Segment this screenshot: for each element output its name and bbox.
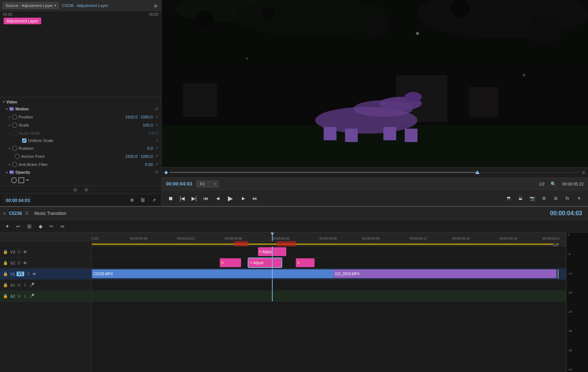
a1-mic-btn[interactable]: 🎤 (29, 282, 35, 288)
a2-lock-btn[interactable]: 🔒 (2, 293, 9, 299)
v1-settings-btn[interactable]: ☰ (26, 271, 31, 277)
position-values[interactable]: 1920.0 1080.0 (125, 115, 153, 119)
uniform-scale-reset-icon[interactable]: ↺ (155, 138, 158, 143)
motion-section-header[interactable]: ▾ fx Motion ↺ (0, 105, 161, 113)
preview-progress-area[interactable] (162, 167, 588, 177)
scale-value[interactable]: 100.0 (143, 123, 153, 127)
a1-lock-btn[interactable]: 🔒 (2, 282, 9, 288)
sequence-name[interactable]: C0236 (9, 211, 22, 216)
pen-tool-icon[interactable]: ✒ (26, 177, 30, 183)
timeline-current-time[interactable]: 00:00:04:03 (547, 209, 585, 218)
v1-lock-btn[interactable]: 🔒 (2, 271, 9, 277)
anchor-reset-icon[interactable]: ↺ (155, 154, 158, 159)
anchor-y-value[interactable]: 1080.0 (140, 154, 153, 159)
play-pause-btn[interactable]: ▶ (225, 193, 236, 204)
filter-btn[interactable]: ⚙ (128, 196, 136, 205)
track-select-btn[interactable]: ↩ (14, 222, 23, 231)
step-out-left-btn[interactable]: |◀ (178, 194, 187, 203)
timeline-close-btn[interactable]: × (3, 210, 6, 216)
anchor-x-value[interactable]: 1920.0 (125, 154, 138, 159)
a2-s-btn[interactable]: S (23, 294, 27, 299)
marker-btn[interactable]: ◆ (36, 222, 45, 231)
ripple-edit-btn[interactable]: ⊞ (25, 222, 34, 231)
anchor-values[interactable]: 1920.0 1080.0 (125, 154, 153, 159)
chain-btn[interactable]: ⛓ (139, 196, 147, 205)
scale-reset-icon[interactable]: ↺ (155, 123, 158, 127)
sequence-menu-btn[interactable]: ☰ (25, 211, 29, 216)
mini-timeline-area[interactable]: 04:03 00:00 Adjustment Layer (0, 11, 161, 97)
scale-keyframe-icon[interactable] (12, 123, 17, 128)
antiflicker-value[interactable]: 0.00 (145, 162, 153, 167)
fx-toggle-btn[interactable]: fx (563, 194, 572, 203)
a2-m-btn[interactable]: M (17, 294, 21, 299)
v1-active-badge[interactable]: V1 (17, 272, 24, 276)
fit-select[interactable]: Fit 25% 50% 75% 100% (197, 181, 218, 187)
a1-s-btn[interactable]: S (23, 283, 27, 288)
preview-video-area[interactable] (162, 0, 588, 167)
v1-name[interactable]: V1 (10, 272, 15, 276)
zoom-icon[interactable]: 🔍 (549, 180, 558, 188)
plus-btn[interactable]: + (575, 194, 584, 203)
opacity-section-header[interactable]: ▾ fx Opacity ↺ (0, 169, 161, 176)
position-expand-icon[interactable]: ▸ (9, 115, 11, 119)
rotation-value[interactable]: 0.0 (147, 146, 153, 150)
preview-timecode[interactable]: 00:00:04:03 (166, 181, 192, 187)
frame-back-btn[interactable]: ◀ (213, 194, 222, 203)
stop-btn[interactable]: ⏹ (166, 194, 175, 203)
svg-point-24 (246, 57, 248, 59)
v2-clip-2-adjust[interactable]: fx Adjust (248, 258, 282, 267)
antiflicker-expand-icon[interactable]: ▸ (9, 163, 11, 166)
v1-eye-icon[interactable]: 👁 (32, 272, 36, 276)
v2-clip-1[interactable]: fx (220, 258, 241, 267)
anchor-keyframe-icon[interactable] (15, 154, 20, 159)
v1-clip-dji[interactable]: DJI_0039.MP4 (334, 269, 556, 278)
v2-clip-3[interactable]: fx (296, 258, 315, 267)
frame-fwd-btn[interactable]: ▶ (239, 194, 248, 203)
rect-mask-icon[interactable] (18, 177, 24, 183)
export-frame-btn[interactable]: 📷 (528, 194, 537, 203)
rotation-expand-icon[interactable]: ▸ (9, 146, 11, 150)
compare-btn[interactable]: ⧉ (551, 194, 560, 203)
adjustment-layer-clip[interactable]: Adjustment Layer (4, 18, 41, 24)
uniform-scale-checkbox[interactable] (22, 138, 26, 143)
position-y-value[interactable]: 1080.0 (140, 115, 153, 119)
scroll-indicator-right[interactable] (85, 188, 88, 192)
position-reset-icon[interactable]: ↺ (155, 114, 158, 119)
selection-tool-btn[interactable]: ✦ (3, 222, 12, 231)
overwrite-btn[interactable]: ⬓ (516, 194, 525, 203)
progress-bar[interactable] (170, 172, 580, 173)
a1-m-btn[interactable]: M (17, 283, 21, 288)
slip-btn[interactable]: ⇔ (58, 222, 67, 231)
step-out-right-btn[interactable]: ▶| (190, 194, 198, 203)
scroll-indicator-left[interactable] (74, 188, 77, 192)
a2-mic-btn[interactable]: 🎤 (29, 293, 35, 299)
v3-settings-btn[interactable]: ☰ (17, 249, 22, 255)
insert-btn[interactable]: ⬒ (504, 194, 513, 203)
scale-expand-icon[interactable]: ▸ (9, 123, 11, 127)
go-to-out-btn[interactable]: ⏭ (251, 194, 259, 203)
source-dropdown[interactable]: Source · Adjustment Layer ▾ (3, 2, 59, 9)
circle-mask-icon[interactable] (11, 177, 17, 183)
antiflicker-keyframe-icon[interactable] (12, 162, 17, 167)
antiflicker-reset-icon[interactable]: ↺ (155, 162, 158, 167)
position-keyframe-icon[interactable] (12, 114, 17, 120)
v2-lock-btn[interactable]: 🔒 (2, 260, 9, 266)
motion-reset-btn[interactable]: ↺ (154, 106, 158, 112)
rotation-reset-icon[interactable]: ↺ (155, 146, 158, 150)
rotation-keyframe-icon[interactable] (12, 146, 17, 151)
opacity-reset-btn[interactable]: ↺ (154, 170, 158, 175)
v3-eye-icon[interactable]: 👁 (23, 250, 27, 254)
uniform-scale-row[interactable]: Uniform Scale ↺ (0, 137, 161, 144)
razor-btn[interactable]: ✂ (47, 222, 56, 231)
video-section-header[interactable]: ▾ Video (0, 99, 161, 105)
settings2-btn[interactable]: ⚙ (539, 194, 548, 203)
position-x-value[interactable]: 1920.0 (125, 115, 138, 119)
fit-select-wrapper[interactable]: Fit 25% 50% 75% 100% (197, 181, 218, 187)
v2-settings-btn[interactable]: ☰ (17, 260, 22, 266)
v1-clip-c0236[interactable]: C0236.MP4 (92, 269, 334, 278)
v2-eye-icon[interactable]: 👁 (23, 261, 27, 265)
timeline-ruler[interactable]: 3:15 00:00:03:18 00:00:03:21 00:00:04:00… (92, 233, 566, 241)
go-to-in-btn[interactable]: ⏮ (201, 194, 210, 203)
export-btn[interactable]: ↗ (150, 196, 158, 205)
v3-lock-btn[interactable]: 🔒 (2, 249, 9, 255)
